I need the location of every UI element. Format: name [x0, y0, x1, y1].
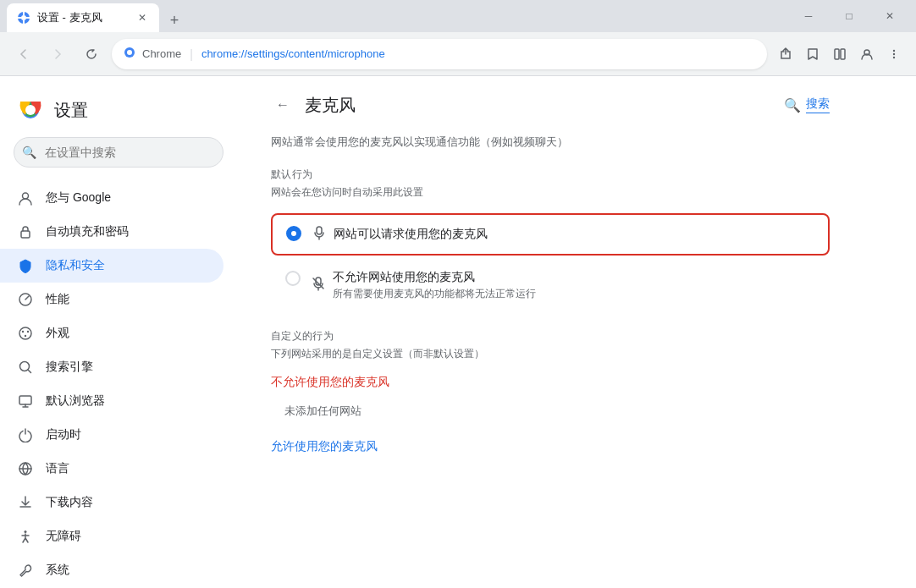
- sidebar-item-appearance[interactable]: 外观: [0, 316, 223, 350]
- active-tab[interactable]: 设置 - 麦克风 ✕: [7, 3, 159, 32]
- sidebar-item-language[interactable]: 语言: [0, 452, 223, 486]
- profile-button[interactable]: [855, 42, 879, 66]
- svg-point-22: [27, 331, 29, 332]
- menu-button[interactable]: [882, 42, 906, 66]
- share-button[interactable]: [774, 42, 797, 66]
- svg-rect-9: [841, 49, 845, 59]
- sidebar-item-label: 外观: [46, 326, 69, 341]
- sidebar-item-label: 搜索引擎: [46, 360, 93, 375]
- globe-icon: [17, 460, 34, 477]
- sidebar-item-label: 启动时: [46, 427, 81, 442]
- svg-rect-5: [26, 17, 30, 19]
- settings-title: 设置: [54, 99, 88, 122]
- shield-icon: [17, 257, 34, 274]
- forward-button[interactable]: [44, 41, 71, 68]
- svg-point-17: [23, 193, 29, 199]
- sidebar-item-accessibility[interactable]: 无障碍: [0, 519, 223, 553]
- svg-rect-25: [19, 396, 31, 404]
- svg-point-20: [19, 327, 31, 339]
- lock-icon: [17, 223, 34, 240]
- svg-rect-18: [21, 231, 30, 238]
- sidebar-item-system[interactable]: 系统: [0, 553, 223, 587]
- power-icon: [17, 426, 34, 443]
- reload-button[interactable]: [78, 41, 105, 68]
- svg-point-21: [22, 331, 24, 332]
- sidebar-item-label: 默认浏览器: [46, 393, 105, 409]
- svg-point-11: [893, 49, 895, 51]
- search-label: 搜索: [806, 96, 830, 113]
- sidebar-item-default-browser[interactable]: 默认浏览器: [0, 384, 223, 418]
- svg-point-13: [893, 56, 895, 58]
- sidebar-item-label: 您与 Google: [46, 190, 111, 206]
- new-tab-button[interactable]: +: [163, 8, 186, 32]
- address-separator: |: [190, 47, 193, 61]
- address-input[interactable]: Chrome | chrome://settings/content/micro…: [112, 39, 767, 69]
- sidebar-item-label: 无障碍: [46, 529, 81, 544]
- allow-radio-option[interactable]: 网站可以请求使用您的麦克风: [271, 213, 830, 256]
- sidebar-item-download[interactable]: 下载内容: [0, 486, 223, 519]
- search-nav-icon: [17, 359, 34, 376]
- sidebar-item-label: 语言: [46, 461, 69, 476]
- search-icon: 🔍: [22, 146, 36, 159]
- block-radio-option[interactable]: 不允许网站使用您的麦克风 所有需要使用麦克风的功能都将无法正常运行: [271, 259, 830, 312]
- mic-on-icon: [312, 225, 327, 244]
- allow-radio-button[interactable]: [286, 226, 301, 241]
- download-icon: [17, 494, 34, 511]
- not-allowed-label: 不允许使用您的麦克风: [271, 375, 830, 390]
- person-icon: [17, 190, 34, 206]
- tab-title: 设置 - 麦克风: [37, 10, 129, 25]
- sidebar-item-startup[interactable]: 启动时: [0, 418, 223, 452]
- sidebar-item-label: 下载内容: [46, 495, 93, 510]
- custom-behavior-sub: 下列网站采用的是自定义设置（而非默认设置）: [271, 347, 830, 361]
- svg-point-23: [25, 335, 26, 337]
- block-radio-label: 不允许网站使用您的麦克风: [333, 270, 536, 285]
- sidebar-item-performance[interactable]: 性能: [0, 283, 223, 316]
- bookmark-button[interactable]: [801, 42, 825, 66]
- tab-favicon: [17, 11, 30, 25]
- split-screen-button[interactable]: [828, 42, 852, 66]
- search-input[interactable]: [14, 137, 223, 168]
- gauge-icon: [17, 291, 34, 308]
- block-radio-button[interactable]: [285, 271, 301, 286]
- default-behavior-sub: 网站会在您访问时自动采用此设置: [271, 185, 830, 200]
- sidebar-item-google[interactable]: 您与 Google: [0, 181, 223, 215]
- section-description: 网站通常会使用您的麦克风以实现通信功能（例如视频聊天）: [271, 134, 830, 151]
- address-bar: Chrome | chrome://settings/content/micro…: [0, 32, 916, 76]
- sidebar-item-privacy[interactable]: 隐私和安全: [0, 249, 223, 283]
- back-button[interactable]: ←: [271, 93, 295, 117]
- maximize-button[interactable]: □: [830, 3, 869, 30]
- section-title: 麦克风: [305, 94, 774, 117]
- svg-point-27: [25, 530, 27, 533]
- section-search-button[interactable]: 🔍 搜索: [784, 96, 830, 113]
- svg-rect-2: [23, 12, 25, 15]
- sidebar-item-search-engine[interactable]: 搜索引擎: [0, 350, 223, 384]
- sidebar: 设置 🔍 您与 Google 自动填充和密码: [0, 76, 237, 588]
- content-area: ← 麦克风 🔍 搜索 网站通常会使用您的麦克风以实现通信功能（例如视频聊天） 默…: [237, 76, 916, 588]
- svg-rect-28: [317, 227, 322, 234]
- sidebar-item-autofill[interactable]: 自动填充和密码: [0, 215, 223, 249]
- allowed-label: 允许使用您的麦克风: [271, 439, 830, 454]
- tab-close-button[interactable]: ✕: [135, 11, 149, 25]
- chrome-logo: [17, 96, 44, 124]
- address-path: chrome://settings/content/microphone: [201, 47, 385, 60]
- custom-behavior-label: 自定义的行为: [271, 329, 830, 343]
- minimize-button[interactable]: ─: [789, 3, 828, 30]
- svg-rect-4: [18, 17, 21, 19]
- empty-sites-text: 未添加任何网站: [271, 397, 830, 426]
- sidebar-item-label: 性能: [46, 292, 69, 307]
- sidebar-search: 🔍: [14, 137, 223, 168]
- lock-icon: [124, 47, 135, 61]
- back-button[interactable]: [10, 41, 37, 68]
- monitor-icon: [17, 393, 34, 409]
- sidebar-item-label: 隐私和安全: [46, 258, 105, 273]
- close-button[interactable]: ✕: [870, 3, 909, 30]
- svg-rect-3: [23, 20, 25, 24]
- accessibility-icon: [17, 528, 34, 545]
- block-radio-sublabel: 所有需要使用麦克风的功能都将无法正常运行: [333, 287, 536, 301]
- mic-off-icon: [311, 276, 326, 294]
- svg-point-7: [127, 50, 132, 55]
- chrome-label: Chrome: [142, 47, 181, 60]
- sidebar-item-label: 自动填充和密码: [46, 224, 129, 239]
- palette-icon: [17, 325, 34, 342]
- wrench-icon: [17, 562, 34, 579]
